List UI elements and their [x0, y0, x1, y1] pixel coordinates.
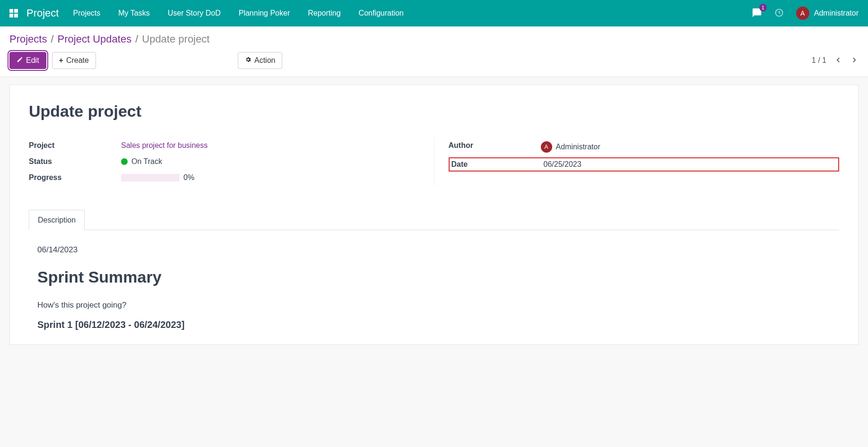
progress-label: Progress — [29, 173, 121, 182]
date-value: 06/25/2023 — [544, 160, 582, 169]
nav-reporting[interactable]: Reporting — [308, 9, 340, 17]
user-menu[interactable]: A Administrator — [796, 7, 859, 20]
field-author: Author A Administrator — [449, 138, 840, 156]
progress-value: 0% — [183, 173, 194, 182]
topbar: Project Projects My Tasks User Story DoD… — [0, 0, 868, 26]
progress-value-wrap: 0% — [121, 173, 194, 182]
nav-projects[interactable]: Projects — [73, 9, 100, 17]
action-label: Action — [254, 56, 275, 65]
desc-sprint: Sprint 1 [06/12/2023 - 06/24/2023] — [37, 319, 831, 330]
date-label: Date — [451, 160, 544, 169]
desc-date: 06/14/2023 — [37, 245, 831, 255]
field-status: Status On Track — [29, 154, 420, 170]
page-title: Update project — [29, 102, 839, 120]
author-avatar: A — [541, 141, 552, 153]
create-label: Create — [66, 56, 89, 65]
field-progress: Progress 0% — [29, 170, 420, 186]
author-label: Author — [449, 141, 541, 153]
content: Update project Project Sales project for… — [9, 85, 859, 345]
nav-my-tasks[interactable]: My Tasks — [118, 9, 149, 17]
breadcrumb-sep: / — [135, 33, 138, 45]
pager[interactable]: 1 / 1 — [812, 56, 826, 65]
field-project: Project Sales project for business — [29, 138, 420, 154]
breadcrumb-sep: / — [51, 33, 53, 45]
pager-next[interactable] — [850, 56, 859, 66]
status-value: On Track — [131, 157, 162, 166]
author-value-wrap: A Administrator — [541, 141, 600, 153]
nav-user-story-dod[interactable]: User Story DoD — [168, 9, 221, 17]
desc-heading: Sprint Summary — [37, 268, 831, 286]
tab-description[interactable]: Description — [29, 210, 85, 230]
plus-icon: + — [59, 56, 63, 65]
nav-configuration[interactable]: Configuration — [359, 9, 404, 17]
action-button[interactable]: Action — [238, 52, 282, 69]
create-button[interactable]: + Create — [52, 52, 96, 69]
edit-label: Edit — [26, 56, 39, 65]
edit-button[interactable]: Edit — [9, 52, 46, 69]
fields-right: Author A Administrator Date 06/25/2023 — [434, 138, 840, 186]
field-date: Date 06/25/2023 — [449, 157, 840, 172]
project-label: Project — [29, 141, 121, 150]
toolbar: Edit + Create Action 1 / 1 — [9, 52, 859, 69]
status-label: Status — [29, 157, 121, 166]
fields: Project Sales project for business Statu… — [29, 138, 839, 186]
progress-bar — [121, 174, 180, 181]
chat-badge: 1 — [759, 4, 767, 11]
project-value[interactable]: Sales project for business — [121, 141, 208, 150]
tabs: Description — [29, 209, 839, 230]
status-value-wrap: On Track — [121, 157, 162, 166]
pencil-icon — [17, 56, 23, 65]
topbar-right: 1 A Administrator — [752, 7, 859, 20]
pager-prev[interactable] — [834, 56, 842, 66]
apps-icon[interactable] — [9, 9, 18, 17]
brand-name[interactable]: Project — [26, 7, 59, 19]
activity-icon[interactable] — [774, 8, 784, 19]
user-name: Administrator — [814, 9, 859, 17]
nav-links: Projects My Tasks User Story DoD Plannin… — [73, 9, 751, 17]
avatar: A — [796, 7, 809, 20]
desc-question: How's this project going? — [37, 301, 831, 310]
breadcrumb-root[interactable]: Projects — [9, 33, 47, 45]
author-value: Administrator — [556, 143, 600, 151]
chat-button[interactable]: 1 — [752, 8, 762, 19]
chat-icon — [752, 12, 762, 19]
status-dot-icon — [121, 158, 128, 165]
toolbar-left: Edit + Create — [9, 52, 96, 69]
gear-icon — [245, 56, 252, 65]
description-body: 06/14/2023 Sprint Summary How's this pro… — [29, 245, 839, 330]
breadcrumb-parent[interactable]: Project Updates — [58, 33, 132, 45]
nav-planning-poker[interactable]: Planning Poker — [239, 9, 290, 17]
breadcrumb: Projects / Project Updates / Update proj… — [9, 33, 859, 45]
fields-left: Project Sales project for business Statu… — [29, 138, 434, 186]
subheader: Projects / Project Updates / Update proj… — [0, 26, 868, 77]
breadcrumb-current: Update project — [142, 33, 209, 45]
toolbar-middle: Action — [238, 52, 282, 69]
toolbar-right: 1 / 1 — [812, 56, 859, 66]
